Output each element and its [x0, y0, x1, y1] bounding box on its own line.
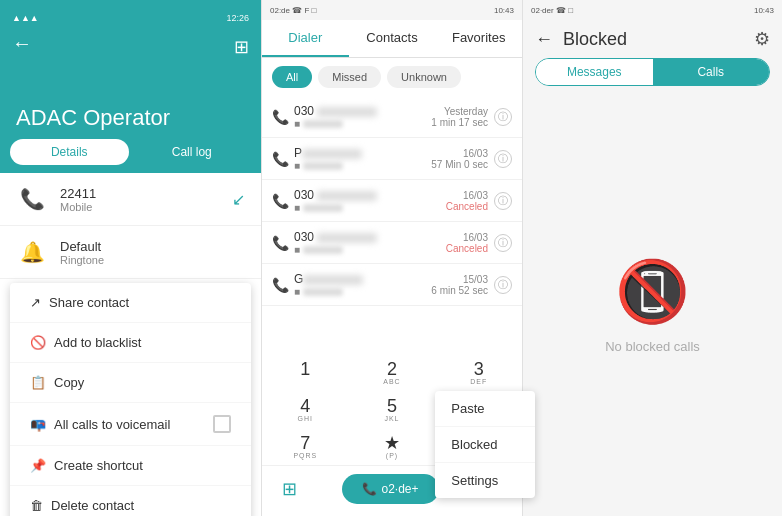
key-letters: JKL — [384, 415, 399, 422]
call-date: Yesterday — [431, 106, 488, 117]
table-row[interactable]: 📞 G ■ 15/03 6 min 52 sec ⓘ — [262, 264, 522, 306]
block-icon: 🚫 — [30, 335, 46, 350]
call-date: 16/03 — [446, 190, 488, 201]
menu-add-blacklist[interactable]: 🚫 Add to blacklist — [10, 323, 251, 363]
call-type-icon: 📞 — [272, 109, 288, 125]
back-button[interactable]: ← — [12, 32, 32, 54]
settings-gear-icon[interactable]: ⚙ — [754, 28, 770, 50]
dropdown-paste[interactable]: Paste — [435, 391, 535, 427]
dropdown-blocked[interactable]: Blocked — [435, 427, 535, 463]
sub-icon: ■ — [294, 244, 300, 255]
blocked-header: ← Blocked ⚙ — [523, 20, 782, 58]
ringtone-info: Default Ringtone — [60, 239, 104, 266]
grid-button[interactable]: ⊞ — [282, 478, 297, 500]
key-num: 5 — [387, 397, 397, 415]
call-duration: 57 Min 0 sec — [431, 159, 488, 170]
menu-delete[interactable]: 🗑 Delete contact — [10, 486, 251, 516]
back-button-3[interactable]: ← — [535, 29, 553, 50]
contact-header: ▲▲▲ 12:26 ← ⊞ ADAC Operator — [0, 0, 261, 131]
dialpad-key-star[interactable]: ★ (P) — [349, 428, 436, 465]
call-button-label: o2·de+ — [381, 482, 418, 496]
info-button[interactable]: ⓘ — [494, 276, 512, 294]
info-button[interactable]: ⓘ — [494, 192, 512, 210]
dialpad-key-5[interactable]: 5 JKL Paste Blocked Settings — [349, 391, 436, 428]
call-arrow-icon[interactable]: ↙ — [232, 190, 245, 209]
key-letters: PQRS — [293, 452, 317, 459]
phone-icon: 📞 — [16, 183, 48, 215]
call-info: 030 ■ — [294, 230, 440, 255]
menu-voicemail-label: All calls to voicemail — [54, 417, 170, 432]
info-button[interactable]: ⓘ — [494, 150, 512, 168]
key-num: ★ — [384, 434, 400, 452]
call-info: G ■ — [294, 272, 425, 297]
signal-icon: ▲▲▲ — [12, 13, 39, 23]
dialpad-key-3[interactable]: 3 DEF — [435, 354, 522, 391]
call-duration: 1 min 17 sec — [431, 117, 488, 128]
dialer-panel: 02:de ☎ F □ 10:43 Dialer Contacts Favori… — [261, 0, 522, 516]
dialpad-grid: 1 2 ABC 3 DEF 4 GHI 5 JKL Paste B — [262, 354, 522, 465]
dialpad-key-7[interactable]: 7 PQRS — [262, 428, 349, 465]
nav-favorites[interactable]: Favorites — [435, 20, 522, 57]
call-date: 16/03 — [446, 232, 488, 243]
call-canceled: Canceled — [446, 201, 488, 212]
status-bar-3: 02·der ☎ □ 10:43 — [523, 0, 782, 20]
filter-unknown[interactable]: Unknown — [387, 66, 461, 88]
menu-shortcut[interactable]: 📌 Create shortcut — [10, 446, 251, 486]
tab-call-log[interactable]: Call log — [133, 139, 252, 165]
caller-sub: ■ — [294, 286, 425, 297]
key-letters: GHI — [298, 415, 313, 422]
table-row[interactable]: 📞 030 ■ 16/03 Canceled ⓘ — [262, 180, 522, 222]
voicemail-icon: 📭 — [30, 417, 46, 432]
caller-sub: ■ — [294, 244, 440, 255]
caller-number: G — [294, 272, 425, 286]
menu-copy-label: Copy — [54, 375, 84, 390]
dialpad-key-2[interactable]: 2 ABC — [349, 354, 436, 391]
table-row[interactable]: 📞 030 ■ 16/03 Canceled ⓘ — [262, 222, 522, 264]
call-time: Yesterday 1 min 17 sec — [431, 106, 488, 128]
call-button[interactable]: 📞 o2·de+ — [342, 474, 438, 504]
sub-icon: ■ — [294, 118, 300, 129]
menu-shortcut-label: Create shortcut — [54, 458, 143, 473]
menu-copy[interactable]: 📋 Copy — [10, 363, 251, 403]
call-type-icon: 📞 — [272, 277, 288, 293]
call-type-icon: 📞 — [272, 235, 288, 251]
status-left-3: 02·der ☎ □ — [531, 6, 573, 15]
call-duration: 6 min 52 sec — [431, 285, 488, 296]
ringtone-type: Ringtone — [60, 254, 104, 266]
call-info: 030 ■ — [294, 188, 440, 213]
filter-all[interactable]: All — [272, 66, 312, 88]
no-blocked-label: No blocked calls — [605, 339, 700, 354]
menu-share-label: Share contact — [49, 295, 129, 310]
status-icons-left: ▲▲▲ — [12, 13, 39, 23]
dialpad-key-4[interactable]: 4 GHI — [262, 391, 349, 428]
phone-row: 📞 22411 Mobile ↙ — [0, 173, 261, 226]
menu-voicemail[interactable]: 📭 All calls to voicemail — [10, 403, 251, 446]
menu-share-contact[interactable]: ↗ Share contact — [10, 283, 251, 323]
blocked-content: 📵 No blocked calls — [523, 94, 782, 516]
tab-messages[interactable]: Messages — [536, 59, 653, 85]
voicemail-checkbox[interactable] — [213, 415, 231, 433]
tab-details[interactable]: Details — [10, 139, 129, 165]
tab-calls[interactable]: Calls — [653, 59, 770, 85]
table-row[interactable]: 📞 030 ■ Yesterday 1 min 17 sec ⓘ — [262, 96, 522, 138]
qr-icon[interactable]: ⊞ — [234, 36, 249, 58]
ringtone-name: Default — [60, 239, 104, 254]
filter-missed[interactable]: Missed — [318, 66, 381, 88]
nav-dialer[interactable]: Dialer — [262, 20, 349, 57]
status-time-3: 10:43 — [754, 6, 774, 15]
info-button[interactable]: ⓘ — [494, 234, 512, 252]
dialpad-key-1[interactable]: 1 — [262, 354, 349, 391]
key-letters: DEF — [470, 378, 487, 385]
dialer-nav: Dialer Contacts Favorites — [262, 20, 522, 58]
menu-delete-label: Delete contact — [51, 498, 134, 513]
table-row[interactable]: 📞 P ■ 16/03 57 Min 0 sec ⓘ — [262, 138, 522, 180]
key-num: 2 — [387, 360, 397, 378]
status-icons-right: 12:26 — [226, 13, 249, 23]
info-button[interactable]: ⓘ — [494, 108, 512, 126]
call-info: 030 ■ — [294, 104, 425, 129]
key-num: 3 — [474, 360, 484, 378]
nav-contacts[interactable]: Contacts — [349, 20, 436, 57]
contact-name: ADAC Operator — [12, 105, 249, 131]
dropdown-settings[interactable]: Settings — [435, 463, 535, 498]
call-date: 15/03 — [431, 274, 488, 285]
